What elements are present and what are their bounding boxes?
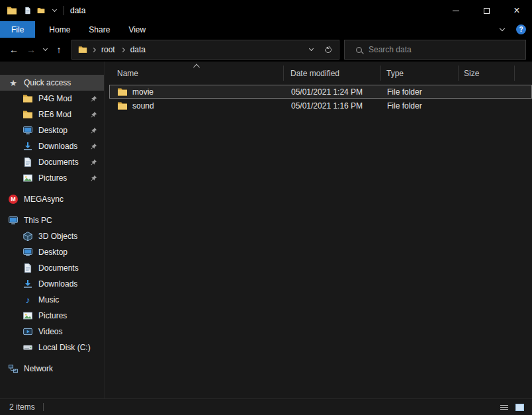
column-label: Type [386,69,404,78]
column-header-type[interactable]: Type [381,66,459,81]
tab-home[interactable]: Home [40,21,79,38]
qat-new-folder-button[interactable] [34,3,48,18]
sidebar-item-downloads[interactable]: Downloads [0,276,104,292]
column-header-date-modified[interactable]: Date modified [284,66,381,81]
file-type: File folder [382,85,459,98]
sidebar-item-desktop-pinned[interactable]: Desktop [0,122,104,138]
chevron-right-icon [120,47,125,52]
refresh-icon [324,45,333,54]
desktop-icon [22,247,33,257]
sidebar-item-documents-pinned[interactable]: Documents [0,154,104,170]
address-bar[interactable]: root data [71,40,339,60]
star-icon: ★ [8,78,19,88]
back-button[interactable]: ← [5,41,22,58]
column-headers: Name Date modified Type Size [109,66,532,81]
megasync-icon: M [9,195,18,204]
folder-icon [117,101,128,111]
column-label: Size [464,69,479,78]
file-size [459,99,515,112]
search-box [344,40,526,60]
file-date-modified: 05/01/2021 1:16 PM [285,99,382,112]
ribbon-tabs: File Home Share View ? [0,21,532,38]
pin-icon [90,143,97,150]
chevron-right-icon [91,47,96,52]
folder-icon [22,109,33,120]
chevron-down-icon [52,7,56,12]
file-list-area: Name Date modified Type Size movie 05/01… [105,62,532,398]
tab-share[interactable]: Share [79,21,119,38]
column-label: Name [117,69,138,78]
sidebar-item-pictures[interactable]: Pictures [0,308,104,324]
sidebar-item-music[interactable]: ♪ Music [0,292,104,308]
pin-icon [90,111,97,118]
explorer-app-icon [7,5,17,16]
sidebar-item-desktop[interactable]: Desktop [0,244,104,260]
desktop-icon [22,125,33,136]
status-separator [43,403,44,411]
sidebar-item-documents[interactable]: Documents [0,260,104,276]
sidebar-item-local-disk-c[interactable]: Local Disk (C:) [0,340,104,355]
folder-icon [78,45,87,54]
file-date-modified: 05/01/2021 1:24 PM [285,85,382,98]
sidebar-item-3d-objects[interactable]: 3D Objects [0,228,104,244]
expand-ribbon-button[interactable] [496,24,508,36]
file-row-sound[interactable]: sound 05/01/2021 1:16 PM File folder [109,99,532,113]
sort-ascending-icon [193,64,200,71]
qat-customize-button[interactable] [48,3,61,18]
pictures-icon [22,310,33,321]
folder-icon [22,93,33,104]
file-explorer-window: data × File Home Share View ? ← → ↑ root… [0,0,532,415]
details-view-button[interactable] [498,401,511,414]
downloads-icon [22,141,33,152]
thumbnails-view-button[interactable] [513,401,526,414]
breadcrumb-root[interactable]: root [100,45,116,54]
videos-icon [22,326,33,337]
maximize-button[interactable] [471,0,502,21]
sidebar-item-re6-mod[interactable]: RE6 Mod [0,107,104,122]
pictures-icon [22,173,33,183]
back-icon: ← [9,45,19,54]
minimize-icon [453,11,459,11]
main-area: ★ Quick access P4G Mod RE6 Mod Desktop [0,62,532,398]
network-icon [8,363,19,374]
column-header-size[interactable]: Size [459,66,515,81]
up-icon: ↑ [57,45,62,54]
sidebar-item-downloads-pinned[interactable]: Downloads [0,138,104,154]
forward-icon: → [26,45,36,54]
sidebar-item-this-pc[interactable]: This PC [0,212,104,228]
sidebar-item-megasync[interactable]: M MEGAsync [0,191,104,207]
pin-icon [90,95,97,103]
tab-file[interactable]: File [0,21,35,38]
sidebar-item-p4g-mod[interactable]: P4G Mod [0,91,104,107]
file-size [459,85,515,98]
local-disk-icon [22,342,33,353]
recent-locations-button[interactable] [40,41,50,58]
sidebar-item-quick-access[interactable]: ★ Quick access [0,75,104,91]
sidebar-item-network[interactable]: Network [0,361,104,377]
help-button[interactable]: ? [516,24,526,34]
file-row-movie[interactable]: movie 05/01/2021 1:24 PM File folder [109,85,532,99]
sidebar-item-pictures-pinned[interactable]: Pictures [0,170,104,186]
forward-button[interactable]: → [22,41,40,58]
sidebar-item-videos[interactable]: Videos [0,324,104,340]
navigation-pane: ★ Quick access P4G Mod RE6 Mod Desktop [0,62,105,398]
search-icon [356,47,362,53]
breadcrumb-current[interactable]: data [129,45,147,54]
address-dropdown-button[interactable] [303,40,320,59]
window-controls: × [441,0,532,21]
column-header-name[interactable]: Name [109,66,284,81]
refresh-button[interactable] [320,40,336,59]
up-button[interactable]: ↑ [50,41,67,58]
tab-view[interactable]: View [119,21,155,38]
file-name: sound [132,101,154,111]
maximize-icon [484,8,490,14]
minimize-button[interactable] [441,0,471,21]
status-bar: 2 items [0,398,532,415]
pin-icon [90,159,97,166]
file-name-cell: sound [110,99,285,112]
qat-properties-button[interactable] [21,3,34,18]
search-input[interactable] [369,45,525,54]
close-button[interactable]: × [502,0,532,21]
details-view-icon [500,405,508,410]
pin-icon [90,175,97,182]
